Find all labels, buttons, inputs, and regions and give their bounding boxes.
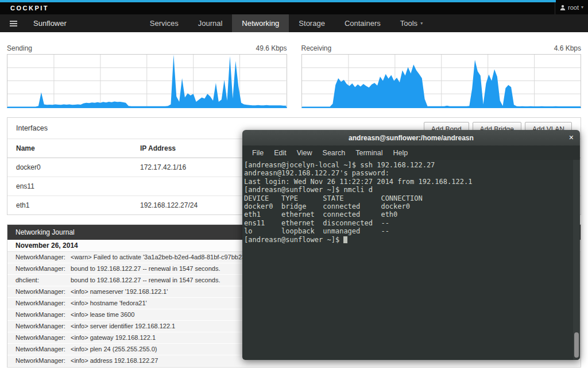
- journal-entry-source: NetworkManager:: [16, 344, 71, 355]
- sending-chart-value: 49.6 Kbps: [256, 44, 287, 52]
- receiving-chart: [301, 54, 582, 108]
- cockpit-logo: COCKPIT: [10, 5, 49, 12]
- terminal-menu-edit[interactable]: Edit: [269, 149, 292, 157]
- terminal-cursor: [343, 236, 347, 243]
- tab-services[interactable]: Services: [140, 14, 188, 32]
- interface-name: docker0: [16, 163, 140, 171]
- journal-entry-source: NetworkManager:: [16, 298, 71, 309]
- chevron-down-icon: ▾: [420, 21, 423, 26]
- interface-name: eth1: [16, 201, 140, 209]
- tab-containers[interactable]: Containers: [335, 14, 390, 32]
- journal-entry-source: NetworkManager:: [16, 263, 71, 274]
- terminal-scrollbar-thumb[interactable]: [574, 332, 579, 358]
- interface-name: ens11: [16, 182, 140, 190]
- terminal-scrollbar-track[interactable]: [573, 160, 580, 360]
- traffic-charts: Sending 49.6 Kbps Receiving 4.6 Kbps: [7, 44, 581, 108]
- terminal-menubar: FileEditViewSearchTerminalHelp: [242, 145, 580, 160]
- journal-entry-source: NetworkManager:: [16, 286, 71, 297]
- tab-tools[interactable]: Tools▾: [390, 14, 432, 32]
- terminal-menu-terminal[interactable]: Terminal: [350, 149, 388, 157]
- terminal-line: eth1 ethernet connected eth0: [244, 210, 572, 218]
- hamburger-menu-icon[interactable]: [0, 14, 26, 32]
- sending-chart-block: Sending 49.6 Kbps: [7, 44, 287, 108]
- terminal-line: lo loopback unmanaged --: [244, 227, 572, 235]
- terminal-line: DEVICE TYPE STATE CONNECTION: [244, 194, 572, 202]
- tab-journal[interactable]: Journal: [188, 14, 233, 32]
- user-icon: [560, 5, 566, 10]
- receiving-chart-block: Receiving 4.6 Kbps: [301, 44, 582, 108]
- receiving-chart-value: 4.6 Kbps: [554, 44, 581, 52]
- sending-chart: [7, 54, 287, 108]
- column-header-name: Name: [16, 144, 140, 152]
- terminal-line: [andreasn@jocelyn-local ~]$ ssh 192.168.…: [244, 161, 572, 169]
- user-menu[interactable]: root ▾: [555, 0, 588, 14]
- terminal-output: [andreasn@jocelyn-local ~]$ ssh 192.168.…: [242, 160, 580, 244]
- masthead: COCKPIT root ▾: [0, 0, 588, 14]
- tab-storage[interactable]: Storage: [289, 14, 335, 32]
- nav-tabs: ServicesJournalNetworkingStorageContaine…: [140, 14, 432, 32]
- brand-accent-strip: [0, 0, 556, 2]
- chevron-down-icon: ▾: [581, 5, 583, 10]
- journal-entry-source: dhclient:: [16, 275, 71, 286]
- user-name: root: [568, 4, 579, 11]
- close-icon[interactable]: ×: [569, 132, 574, 143]
- sending-chart-label: Sending: [7, 44, 32, 52]
- journal-entry-source: NetworkManager:: [16, 309, 71, 320]
- tab-networking[interactable]: Networking: [232, 14, 289, 32]
- terminal-menu-view[interactable]: View: [292, 149, 318, 157]
- terminal-line: docker0 bridge connected docker0: [244, 202, 572, 210]
- terminal-line: Last login: Wed Nov 26 11:22:27 2014 fro…: [244, 178, 572, 186]
- navbar: Sunflower ServicesJournalNetworkingStora…: [0, 14, 588, 32]
- terminal-line: [andreasn@sunflower ~]$: [244, 236, 572, 244]
- terminal-line: andreasn@192.168.122.27's password:: [244, 169, 572, 177]
- terminal-menu-search[interactable]: Search: [318, 149, 351, 157]
- journal-entry-source: NetworkManager:: [16, 252, 71, 263]
- terminal-line: [andreasn@sunflower ~]$ nmcli d: [244, 186, 572, 194]
- terminal-window-title: andreasn@sunflower:/home/andreasn: [349, 134, 474, 142]
- journal-entry-source: NetworkManager:: [16, 355, 71, 366]
- terminal-menu-help[interactable]: Help: [388, 149, 413, 157]
- terminal-window: andreasn@sunflower:/home/andreasn × File…: [242, 130, 580, 360]
- journal-entry-source: NetworkManager:: [16, 332, 71, 343]
- terminal-body[interactable]: [andreasn@jocelyn-local ~]$ ssh 192.168.…: [242, 160, 580, 360]
- receiving-chart-label: Receiving: [301, 44, 332, 52]
- journal-entry-source: NetworkManager:: [16, 321, 71, 332]
- terminal-titlebar[interactable]: andreasn@sunflower:/home/andreasn ×: [242, 130, 580, 145]
- hostname-link[interactable]: Sunflower: [33, 14, 67, 32]
- terminal-line: ens11 ethernet disconnected --: [244, 219, 572, 227]
- terminal-menu-file[interactable]: File: [247, 149, 269, 157]
